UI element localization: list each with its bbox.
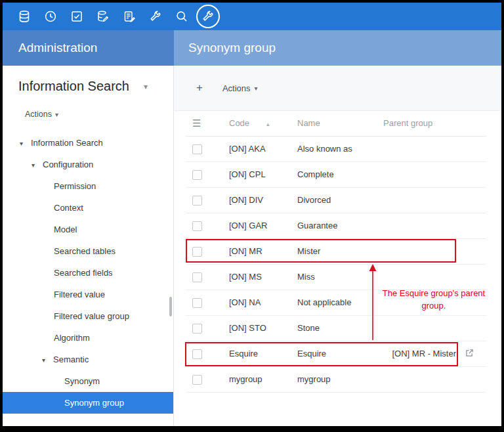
cell-name: Mister [289, 238, 375, 264]
tree-item-label: Filtered value [54, 290, 105, 299]
wrench-icon [201, 10, 215, 23]
clock-icon[interactable] [37, 3, 64, 30]
main-actions-dropdown[interactable]: Actions ▾ [222, 83, 258, 93]
content-area: Information Search ▾ Actions ▾ ▾Informat… [3, 66, 501, 426]
chevron-down-icon: ▾ [42, 349, 53, 371]
row-checkbox[interactable] [192, 196, 202, 205]
cell-code: [ON] CPL [221, 162, 289, 187]
tree-item-label: Synonym group [64, 398, 124, 408]
main-panel: + Actions ▾ ☰ Code▴ Name Parent group [174, 66, 501, 426]
tree-item-label: Model [54, 225, 77, 234]
cell-name: Also known as [289, 136, 375, 162]
tree-item-label: Configuration [43, 160, 93, 169]
table-row[interactable]: [ON] STO Stone [186, 315, 486, 341]
cell-name: Not applicable [289, 290, 375, 315]
chevron-down-icon: ▾ [32, 154, 43, 176]
table-row-esquire[interactable]: Esquire Esquire [ON] MR - Mister [186, 341, 486, 366]
cell-parent [375, 264, 460, 290]
table-row-on-mr[interactable]: [ON] MR Mister [186, 238, 486, 264]
row-checkbox[interactable] [192, 144, 202, 154]
tree-item-filtered-value[interactable]: Filtered value [3, 284, 173, 305]
tree-item-model[interactable]: Model [3, 219, 173, 240]
tree-item-configuration[interactable]: ▾Configuration [3, 154, 173, 175]
clipboard-edit-icon[interactable] [116, 3, 142, 30]
cell-parent [375, 290, 460, 315]
chevron-down-icon: ▾ [20, 133, 31, 154]
tree-item-searched-tables[interactable]: Searched tables [3, 240, 173, 262]
tree-item-label: Permission [54, 181, 96, 191]
row-checkbox[interactable] [192, 272, 202, 282]
module-title: Administration [3, 30, 174, 66]
column-label: Code [229, 118, 249, 128]
tree-item-label: Algorithm [54, 333, 90, 343]
table-row[interactable]: [ON] DIV Divorced [186, 187, 486, 213]
column-header-code[interactable]: Code▴ [221, 111, 289, 136]
active-wrench-tool-button[interactable] [196, 5, 220, 28]
row-checkbox[interactable] [192, 247, 202, 257]
tree-item-context[interactable]: Context [3, 197, 173, 219]
sort-asc-icon[interactable]: ▴ [266, 121, 270, 127]
column-menu-icon[interactable]: ☰ [192, 118, 201, 129]
column-header-parent-group[interactable]: Parent group [375, 111, 460, 136]
cell-parent [375, 136, 460, 162]
row-checkbox[interactable] [192, 324, 202, 334]
sidebar-scrollbar[interactable] [169, 297, 172, 316]
cell-name: Guarantee [289, 213, 375, 238]
cell-parent [375, 187, 460, 213]
app-surface: Administration Synonym group Information… [3, 3, 501, 426]
tree-item-label: Searched fields [54, 268, 113, 278]
row-checkbox[interactable] [192, 349, 202, 359]
cell-code: mygroup [221, 366, 289, 392]
page-title: Synonym group [174, 30, 501, 66]
table-header-row: ☰ Code▴ Name Parent group [186, 111, 486, 136]
table-row[interactable]: [ON] NA Not applicable [186, 290, 486, 315]
check-square-icon[interactable] [64, 3, 90, 30]
tree-item-label: Context [54, 203, 83, 213]
database-edit-icon[interactable] [90, 3, 116, 30]
tree-item-semantic[interactable]: ▾Semantic [3, 349, 173, 370]
cell-code: Esquire [221, 341, 289, 366]
cell-parent [375, 238, 460, 264]
row-checkbox[interactable] [192, 170, 202, 180]
tree-item-filtered-value-group[interactable]: Filtered value group [3, 305, 173, 327]
tree-item-permission[interactable]: Permission [3, 175, 173, 197]
table-row[interactable]: [ON] AKA Also known as [186, 136, 486, 162]
sidebar-actions-dropdown[interactable]: Actions ▾ [25, 110, 173, 119]
cell-parent [375, 213, 460, 238]
cell-name: Miss [289, 264, 375, 290]
chevron-down-icon: ▾ [255, 85, 258, 92]
synonym-group-table: ☰ Code▴ Name Parent group [ON] AKA Also … [186, 111, 486, 393]
page-header: Administration Synonym group [3, 30, 501, 66]
cell-parent [375, 366, 460, 392]
sidebar-title: Information Search [18, 79, 129, 94]
tree-item-synonym[interactable]: Synonym [3, 370, 173, 392]
cell-code: [ON] DIV [221, 187, 289, 213]
table-row[interactable]: [ON] CPL Complete [186, 162, 486, 187]
sidebar-title-dropdown[interactable]: Information Search ▾ [3, 79, 173, 94]
database-icon[interactable] [11, 3, 37, 30]
cell-parent [375, 315, 460, 341]
chevron-down-icon: ▾ [144, 82, 148, 91]
cell-code: [ON] AKA [221, 136, 289, 162]
cell-name: Divorced [289, 187, 375, 213]
table-row[interactable]: [ON] GAR Guarantee [186, 213, 486, 238]
row-checkbox[interactable] [192, 221, 202, 231]
tree-item-algorithm[interactable]: Algorithm [3, 327, 173, 349]
column-header-name[interactable]: Name [289, 111, 375, 136]
row-checkbox[interactable] [192, 375, 202, 385]
cell-code: [ON] STO [221, 315, 289, 341]
tree-item-label: Information Search [31, 138, 103, 148]
tree-item-searched-fields[interactable]: Searched fields [3, 262, 173, 284]
add-button[interactable]: + [191, 79, 208, 97]
row-checkbox[interactable] [192, 298, 202, 308]
tree-item-synonym-group[interactable]: Synonym group [3, 392, 173, 414]
wrench-icon[interactable] [142, 3, 169, 30]
tree-item-information-search[interactable]: ▾Information Search [3, 132, 173, 154]
table-row[interactable]: [ON] MS Miss [186, 264, 486, 290]
search-icon[interactable] [169, 3, 195, 30]
open-record-icon[interactable] [465, 349, 474, 357]
table-row[interactable]: mygroup mygroup [186, 366, 486, 392]
cell-name: Stone [289, 315, 375, 341]
chevron-down-icon: ▾ [55, 111, 58, 118]
cell-code: [ON] NA [221, 290, 289, 315]
